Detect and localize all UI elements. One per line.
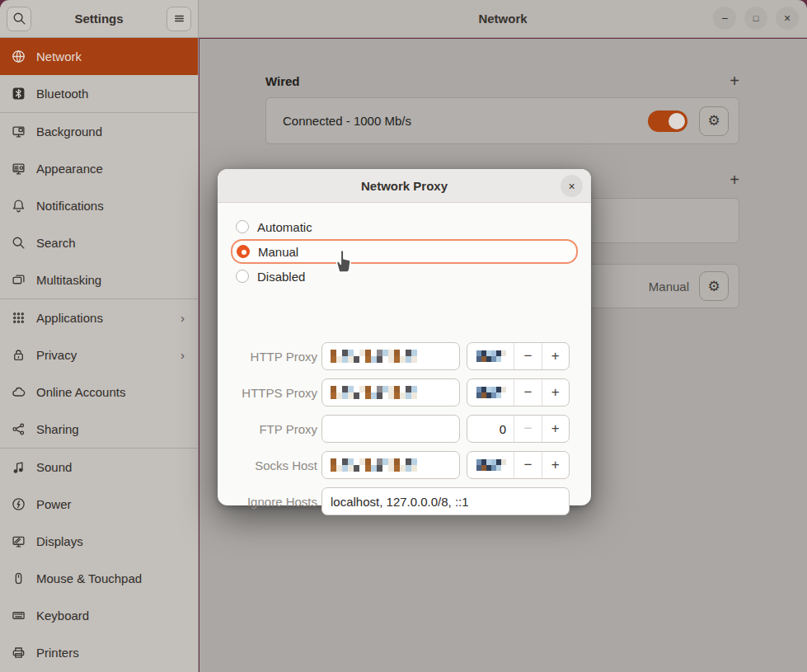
sidebar-item-bluetooth[interactable]: Bluetooth bbox=[0, 75, 198, 112]
ftp-proxy-row: FTP Proxy 0 − + bbox=[232, 415, 570, 443]
redacted-host-value bbox=[331, 386, 417, 399]
page-title: Network bbox=[478, 12, 527, 26]
sidebar-item-label: Privacy bbox=[36, 348, 170, 362]
magnifier-icon bbox=[12, 12, 26, 26]
sidebar-item-label: Sharing bbox=[36, 422, 186, 436]
sidebar-item-label: Printers bbox=[36, 646, 186, 660]
sidebar-item-printers[interactable]: Printers bbox=[0, 634, 198, 671]
sidebar-item-label: Notifications bbox=[36, 199, 186, 213]
https-proxy-host-input[interactable] bbox=[321, 378, 460, 406]
mouse-icon bbox=[12, 571, 26, 585]
hamburger-icon bbox=[172, 12, 186, 26]
sidebar-item-sound[interactable]: Sound bbox=[0, 449, 198, 486]
redacted-host-value bbox=[331, 458, 417, 472]
wired-toggle[interactable] bbox=[648, 110, 687, 132]
sidebar-item-label: Mouse & Touchpad bbox=[36, 571, 186, 585]
app-title: Settings bbox=[74, 12, 123, 26]
sidebar-item-background[interactable]: Background bbox=[0, 113, 198, 150]
https-proxy-port-spinner: − + bbox=[467, 378, 570, 406]
https-proxy-row: HTTPS Proxy − + bbox=[232, 378, 570, 406]
http-proxy-row: HTTP Proxy − + bbox=[232, 342, 570, 370]
minimize-button[interactable]: − bbox=[713, 7, 736, 30]
menu-button[interactable] bbox=[167, 7, 191, 31]
ftp-proxy-port-spinner: 0 − + bbox=[467, 415, 570, 443]
ignore-hosts-label: Ignore Hosts bbox=[232, 495, 317, 509]
port-value[interactable] bbox=[467, 379, 514, 406]
sidebar-item-notifications[interactable]: Notifications bbox=[0, 187, 198, 224]
sidebar-item-label: Online Accounts bbox=[36, 385, 186, 399]
https-proxy-label: HTTPS Proxy bbox=[232, 386, 317, 400]
redacted-host-value bbox=[331, 350, 417, 363]
wired-connection-card: Connected - 1000 Mb/s ⚙ bbox=[265, 97, 739, 144]
chevron-right-icon: › bbox=[181, 348, 185, 362]
sidebar-item-label: Power bbox=[36, 497, 186, 511]
maximize-button[interactable]: □ bbox=[744, 7, 767, 30]
bluetooth-icon bbox=[12, 87, 26, 101]
http-proxy-host-input[interactable] bbox=[321, 342, 460, 370]
ignore-hosts-row: Ignore Hosts localhost, 127.0.0.0/8, ::1 bbox=[232, 487, 570, 515]
redacted-port-value bbox=[476, 350, 506, 362]
port-increment-button[interactable]: + bbox=[542, 343, 569, 369]
port-value[interactable]: 0 bbox=[467, 416, 514, 442]
port-decrement-button[interactable]: − bbox=[514, 343, 541, 369]
gear-icon: ⚙ bbox=[707, 112, 720, 129]
port-decrement-button[interactable]: − bbox=[514, 452, 541, 478]
port-decrement-button[interactable]: − bbox=[514, 379, 541, 406]
notifications-icon bbox=[12, 199, 26, 213]
radio-option-disabled[interactable]: Disabled bbox=[232, 265, 577, 288]
radio-option-automatic[interactable]: Automatic bbox=[232, 215, 577, 238]
port-value[interactable] bbox=[467, 452, 514, 478]
sidebar-item-label: Appearance bbox=[36, 162, 186, 176]
add-vpn-icon[interactable]: + bbox=[730, 172, 739, 188]
sidebar-item-keyboard[interactable]: Keyboard bbox=[0, 597, 198, 634]
sidebar-titlebar: Settings bbox=[0, 0, 199, 38]
sidebar-item-online-accounts[interactable]: Online Accounts bbox=[0, 374, 198, 411]
mouse-cursor-hand-icon bbox=[332, 247, 354, 278]
network-proxy-dialog: Network Proxy × Automatic Manual Disable… bbox=[218, 169, 591, 505]
radio-checked-icon bbox=[237, 245, 250, 258]
sidebar-item-applications[interactable]: Applications › bbox=[0, 299, 198, 336]
sidebar-item-search[interactable]: Search bbox=[0, 224, 198, 261]
printers-icon bbox=[12, 646, 26, 660]
radio-label: Manual bbox=[258, 245, 298, 259]
redacted-port-value bbox=[476, 387, 506, 398]
ftp-proxy-host-input[interactable] bbox=[321, 415, 460, 443]
port-increment-button[interactable]: + bbox=[542, 416, 569, 442]
sidebar-item-multitasking[interactable]: Multitasking bbox=[0, 261, 198, 298]
sidebar-item-displays[interactable]: Displays bbox=[0, 523, 198, 560]
sidebar-item-label: Displays bbox=[36, 534, 186, 548]
sidebar-item-mouse-touchpad[interactable]: Mouse & Touchpad bbox=[0, 560, 198, 597]
proxy-settings-button[interactable]: ⚙ bbox=[699, 271, 729, 301]
sidebar-item-label: Sound bbox=[36, 460, 186, 474]
ignore-hosts-value: localhost, 127.0.0.0/8, ::1 bbox=[331, 495, 469, 509]
chevron-right-icon: › bbox=[181, 311, 185, 325]
power-icon bbox=[12, 497, 26, 511]
port-decrement-button[interactable]: − bbox=[514, 416, 541, 442]
port-increment-button[interactable]: + bbox=[542, 452, 569, 478]
sidebar-item-network[interactable]: Network bbox=[0, 38, 198, 75]
socks-host-input[interactable] bbox=[321, 451, 460, 479]
sidebar-item-sharing[interactable]: Sharing bbox=[0, 411, 198, 448]
sidebar-item-privacy[interactable]: Privacy › bbox=[0, 336, 198, 374]
redacted-port-value bbox=[476, 459, 506, 471]
sidebar-item-appearance[interactable]: Appearance bbox=[0, 150, 198, 187]
port-increment-button[interactable]: + bbox=[542, 379, 569, 406]
sidebar-item-label: Keyboard bbox=[36, 609, 186, 623]
radio-option-manual[interactable]: Manual bbox=[231, 239, 578, 264]
ignore-hosts-input[interactable]: localhost, 127.0.0.0/8, ::1 bbox=[321, 487, 570, 515]
dialog-close-button[interactable]: × bbox=[561, 175, 583, 197]
sidebar-item-power[interactable]: Power bbox=[0, 486, 198, 523]
search-icon bbox=[12, 236, 26, 250]
applications-icon bbox=[12, 311, 26, 325]
http-proxy-label: HTTP Proxy bbox=[232, 350, 317, 364]
close-button[interactable]: × bbox=[776, 7, 799, 30]
port-value[interactable] bbox=[467, 343, 514, 369]
search-button[interactable] bbox=[7, 7, 31, 31]
add-wired-connection-icon[interactable]: + bbox=[730, 73, 739, 89]
wired-settings-button[interactable]: ⚙ bbox=[699, 106, 729, 136]
ftp-proxy-label: FTP Proxy bbox=[232, 422, 317, 436]
background-icon bbox=[12, 125, 26, 139]
sharing-icon bbox=[12, 422, 26, 436]
privacy-icon bbox=[12, 348, 26, 362]
multitasking-icon bbox=[12, 273, 26, 287]
